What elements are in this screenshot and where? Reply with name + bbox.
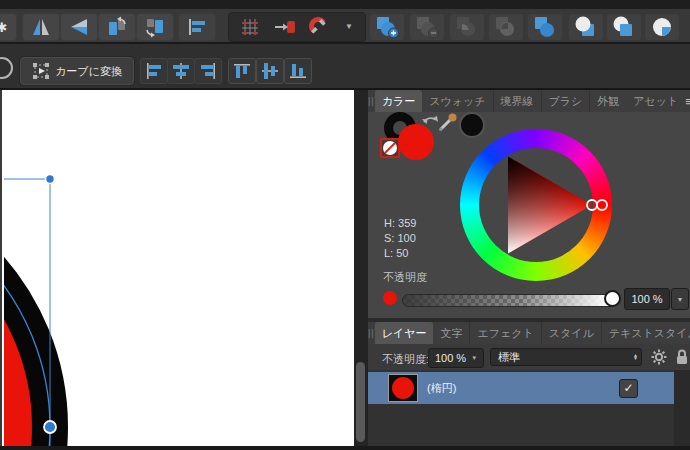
tab-stroke[interactable]: 境界線 [494, 90, 542, 112]
chevron-down-icon: ▼ [677, 296, 684, 303]
tab-text-styles[interactable]: テキストスタイル [602, 322, 690, 344]
convert-to-curves-label: カーブに変換 [55, 64, 122, 79]
canvas-vertical-scrollbar[interactable] [354, 90, 368, 446]
current-color-dot[interactable] [383, 291, 397, 305]
saturation-value: S: 100 [384, 232, 416, 244]
rotate-ccw-icon [105, 15, 129, 39]
hue-marker[interactable] [597, 200, 607, 210]
tab-layers[interactable]: レイヤー [375, 322, 434, 344]
selection-box-icon [32, 62, 50, 80]
align-left-button[interactable] [140, 58, 168, 84]
opacity-slider-knob[interactable] [604, 290, 621, 307]
snap-arrow-icon [274, 19, 296, 35]
checkmark-icon: ✓ [623, 381, 633, 395]
main-toolbar: ✱ [0, 9, 690, 44]
align-left-icon [144, 61, 164, 81]
tab-styles[interactable]: スタイル [542, 322, 602, 344]
gear-icon[interactable] [650, 348, 668, 366]
saturation-lightness-triangle[interactable] [460, 129, 612, 281]
lock-icon[interactable] [674, 348, 690, 366]
layer-opacity-label: 不透明度: [382, 352, 429, 367]
boolean-subtract-icon [414, 15, 440, 39]
ellipse-tool-icon[interactable] [0, 57, 13, 79]
align-middle-icon [260, 61, 280, 81]
align-middle-button[interactable] [256, 58, 284, 84]
rotate-ccw-button[interactable] [98, 13, 136, 41]
flip-vertical-icon [67, 15, 91, 39]
insert-inside-button[interactable] [644, 13, 680, 41]
align-bars-icon [186, 16, 208, 38]
opacity-preset-caret[interactable]: ▼ [671, 288, 689, 310]
no-color-slash [383, 141, 397, 155]
boolean-subtract-button[interactable] [409, 13, 445, 41]
flip-horizontal-button[interactable] [22, 13, 60, 41]
align-bottom-button[interactable] [284, 58, 312, 84]
grid-snap-button[interactable] [233, 15, 267, 39]
selection-handle-right-middle[interactable] [44, 421, 56, 433]
fill-color-well[interactable] [398, 124, 434, 160]
magnet-icon [308, 16, 330, 38]
layer-row[interactable]: (楕円) ✓ [368, 372, 674, 404]
layer-visibility-checkbox[interactable]: ✓ [619, 379, 638, 398]
panel-drag-handle[interactable]: || [368, 322, 375, 344]
color-picker-icon[interactable] [436, 110, 460, 134]
no-color-swatch[interactable] [380, 138, 400, 158]
selection-handle-top-right[interactable] [46, 175, 55, 184]
align-center-icon [171, 61, 191, 81]
document-canvas[interactable] [0, 90, 354, 446]
tab-brushes[interactable]: ブラシ [542, 90, 591, 112]
layer-name[interactable]: (楕円) [427, 381, 456, 396]
tab-color[interactable]: カラー [375, 90, 423, 112]
snap-to-object-button[interactable] [269, 15, 301, 39]
stepper-arrows-icon: ▲▼ [633, 354, 641, 360]
align-bottom-icon [288, 61, 308, 81]
boolean-combine-icon [532, 15, 558, 39]
flip-vertical-button[interactable] [60, 13, 98, 41]
color-wheel[interactable] [460, 129, 612, 281]
tab-swatches[interactable]: スウォッチ [422, 90, 493, 112]
align-center-button[interactable] [167, 58, 195, 84]
layers-list: (楕円) ✓ [368, 370, 690, 450]
align-top-button[interactable] [228, 58, 256, 84]
color-panel-tabbar: || カラー スウォッチ 境界線 ブラシ 外観 アセット ≡▼ [368, 90, 690, 112]
boolean-intersect-button[interactable] [449, 13, 485, 41]
boolean-divide-button[interactable] [488, 13, 524, 41]
panel-drag-handle[interactable]: || [368, 90, 375, 112]
blend-mode-value: 標準 [498, 350, 520, 365]
tab-character[interactable]: 文字 [433, 322, 470, 344]
grid-icon [240, 17, 260, 37]
alignment-dropdown-button[interactable] [178, 13, 216, 41]
snapping-options-caret[interactable]: ▼ [337, 15, 361, 39]
circle-quarter-icon [649, 15, 675, 39]
insert-behind-button[interactable] [568, 13, 604, 41]
scrollbar-thumb[interactable] [356, 362, 365, 442]
ellipse-shape[interactable] [4, 179, 50, 446]
window-top-edge [0, 0, 690, 9]
insert-on-top-button[interactable] [606, 13, 642, 41]
convert-to-curves-button[interactable]: カーブに変換 [20, 57, 134, 85]
layers-controls-row: 不透明度: 100 % ▼ 標準 ▲▼ [368, 344, 690, 370]
opacity-value-box[interactable]: 100 % [624, 288, 670, 310]
layers-panel-tabbar: || レイヤー 文字 エフェクト スタイル テキストスタイル ≡▼ [368, 322, 690, 344]
layer-opacity-value: 100 % [435, 352, 466, 364]
layer-opacity-dropdown[interactable]: 100 % ▼ [428, 348, 484, 368]
tab-assets[interactable]: アセット [626, 90, 685, 112]
flip-horizontal-icon [29, 15, 53, 39]
align-right-button[interactable] [194, 58, 222, 84]
layer-thumbnail[interactable] [388, 374, 418, 402]
opacity-slider-track[interactable] [402, 294, 616, 307]
boolean-combine-button[interactable] [527, 13, 563, 41]
context-toolbar: カーブに変換 [0, 44, 690, 90]
boolean-add-button[interactable] [369, 13, 405, 41]
opacity-label: 不透明度 [383, 270, 427, 285]
tab-appearance[interactable]: 外観 [590, 90, 626, 112]
snapping-toggle-button[interactable] [303, 15, 335, 39]
rotate-cw-icon [143, 15, 167, 39]
blend-mode-select[interactable]: 標準 ▲▼ [490, 348, 642, 366]
star-icon: ✱ [0, 20, 7, 35]
tab-effects[interactable]: エフェクト [470, 322, 541, 344]
rotate-cw-button[interactable] [136, 13, 174, 41]
color-panel-menu-button[interactable]: ≡▼ [685, 90, 690, 112]
layers-scrollbar-track[interactable] [674, 370, 690, 450]
style-tool-button[interactable]: ✱ [0, 13, 17, 41]
